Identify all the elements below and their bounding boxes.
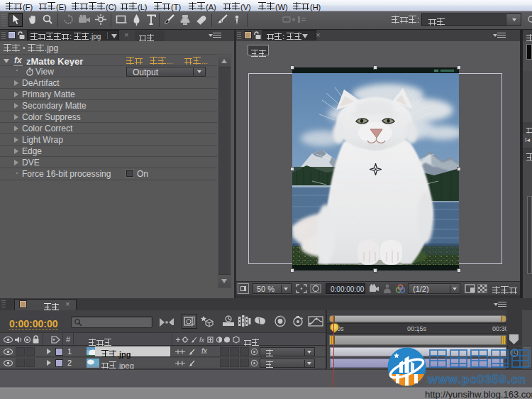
svg-text:fx: fx bbox=[199, 337, 205, 344]
